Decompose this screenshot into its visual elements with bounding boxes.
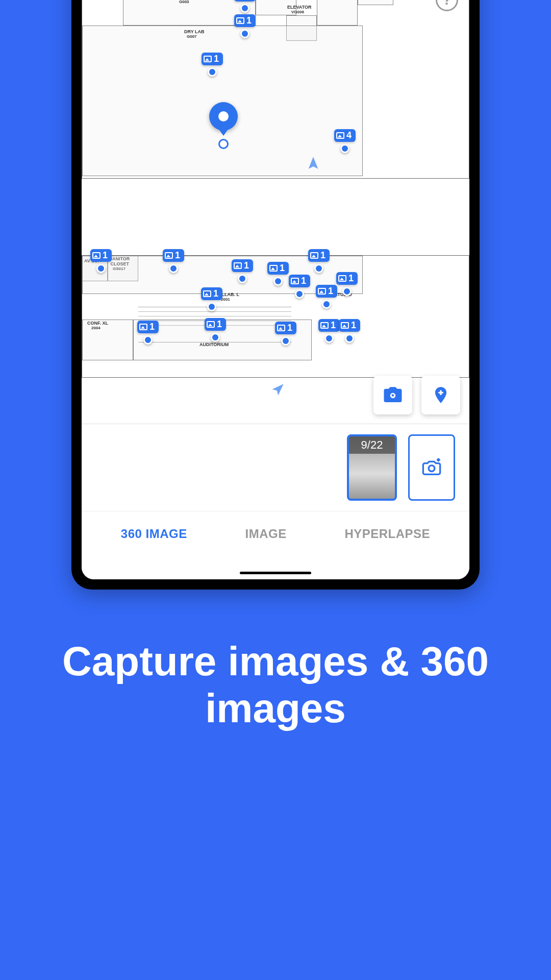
image-icon [234, 262, 242, 269]
app-screen: ? COLLAB. L. TRAINING G003 ELEVATOR VG00… [82, 0, 469, 579]
promo-headline: Capture images & 360 images [0, 638, 551, 732]
marker-count: 1 [246, 15, 252, 26]
image-marker[interactable]: 1 [90, 249, 112, 273]
marker-dot [96, 264, 106, 273]
marker-dot [295, 289, 304, 299]
image-icon [139, 324, 147, 330]
image-icon [318, 288, 326, 295]
image-icon [92, 252, 101, 259]
image-icon [320, 322, 329, 329]
image-icon [310, 252, 318, 259]
capture-mode-tabs: 360 IMAGE IMAGE HYPERLAPSE [82, 511, 469, 556]
marker-dot [143, 335, 153, 345]
marker-dot [211, 333, 220, 342]
navigation-arrow-icon [270, 383, 285, 397]
camera-settings-button[interactable] [373, 376, 412, 414]
room-number: G007 [187, 35, 197, 39]
marker-count: 4 [346, 130, 352, 141]
room-number: VG008 [291, 10, 304, 15]
image-marker[interactable]: 1 [202, 53, 223, 77]
marker-count: 1 [217, 319, 222, 330]
image-icon [207, 321, 215, 328]
camera-plus-icon [420, 457, 443, 478]
marker-count: 1 [244, 260, 249, 271]
marker-dot [322, 300, 331, 309]
image-marker[interactable]: 1 [205, 318, 226, 342]
image-icon [269, 265, 278, 272]
image-icon [277, 325, 285, 331]
image-marker[interactable]: 1 [289, 275, 310, 299]
image-marker[interactable]: 1 [275, 322, 296, 346]
marker-dot [273, 277, 283, 286]
room-number: 2004 [91, 326, 101, 331]
image-icon [203, 290, 211, 297]
image-marker[interactable]: 4 [334, 129, 356, 153]
capture-button[interactable] [408, 434, 455, 501]
marker-count: 1 [214, 54, 219, 64]
image-icon [291, 278, 299, 284]
image-marker[interactable]: 1 [339, 319, 360, 343]
marker-count: 1 [103, 250, 108, 261]
marker-dot [281, 336, 290, 346]
marker-count: 1 [175, 250, 180, 261]
marker-count: 1 [246, 0, 252, 1]
marker-dot [345, 334, 354, 343]
direction-arrow-icon [306, 156, 320, 170]
capture-panel: 9/22 360 IMAGE IMAGE HYPERLAPSE [82, 424, 469, 579]
image-marker[interactable]: 1 [163, 249, 184, 273]
thumbnail-counter: 9/22 [349, 436, 395, 454]
image-icon [341, 322, 349, 329]
location-pin[interactable] [209, 102, 238, 149]
image-marker[interactable]: 1 [232, 259, 253, 283]
marker-dot [324, 334, 334, 343]
add-location-button[interactable] [421, 376, 460, 414]
floorplan-viewport[interactable]: ? COLLAB. L. TRAINING G003 ELEVATOR VG00… [82, 0, 469, 424]
map-actions [373, 376, 460, 414]
image-marker[interactable]: 1 [201, 287, 222, 311]
tab-image[interactable]: IMAGE [245, 527, 286, 541]
camera-gear-icon [382, 384, 404, 406]
capture-thumbnail[interactable]: 9/22 [347, 434, 397, 501]
image-marker[interactable]: 1 [234, 0, 256, 13]
marker-dot [342, 287, 352, 296]
tablet-frame: ? COLLAB. L. TRAINING G003 ELEVATOR VG00… [71, 0, 480, 590]
marker-dot [240, 29, 249, 38]
room-label: AUDITORIUM [199, 342, 229, 348]
marker-dot [238, 274, 247, 283]
image-marker[interactable]: 1 [308, 249, 330, 273]
image-marker[interactable]: 1 [137, 321, 159, 345]
pin-plus-icon [431, 384, 450, 406]
image-icon [165, 252, 173, 259]
marker-dot [340, 144, 349, 153]
tab-360-image[interactable]: 360 IMAGE [121, 527, 187, 541]
image-icon [236, 17, 244, 24]
marker-dot [240, 4, 249, 13]
floor-plan-upper: COLLAB. L. TRAINING G003 ELEVATOR VG008 … [82, 0, 469, 179]
marker-dot [169, 264, 178, 273]
tab-hyperlapse[interactable]: HYPERLAPSE [344, 527, 430, 541]
marker-count: 1 [320, 250, 325, 261]
marker-count: 1 [287, 323, 292, 333]
marker-count: 1 [280, 263, 285, 274]
marker-count: 1 [301, 276, 306, 286]
image-marker[interactable]: 1 [336, 272, 358, 296]
marker-dot [207, 302, 216, 311]
image-icon [204, 56, 212, 62]
room-number: G003 [179, 0, 189, 5]
image-marker[interactable]: 1 [234, 14, 256, 38]
marker-count: 1 [348, 273, 354, 284]
image-icon [338, 275, 346, 282]
image-marker[interactable]: 1 [267, 262, 289, 286]
home-indicator[interactable] [240, 572, 311, 574]
image-icon [336, 132, 344, 139]
marker-dot [314, 264, 323, 273]
marker-count: 1 [331, 320, 336, 331]
marker-count: 1 [213, 288, 218, 299]
marker-dot [208, 67, 217, 77]
svg-point-1 [429, 465, 435, 472]
image-marker[interactable]: 1 [316, 285, 337, 309]
marker-count: 1 [328, 286, 333, 297]
marker-count: 1 [149, 322, 155, 332]
image-marker[interactable]: 1 [318, 319, 340, 343]
marker-count: 1 [351, 320, 356, 331]
